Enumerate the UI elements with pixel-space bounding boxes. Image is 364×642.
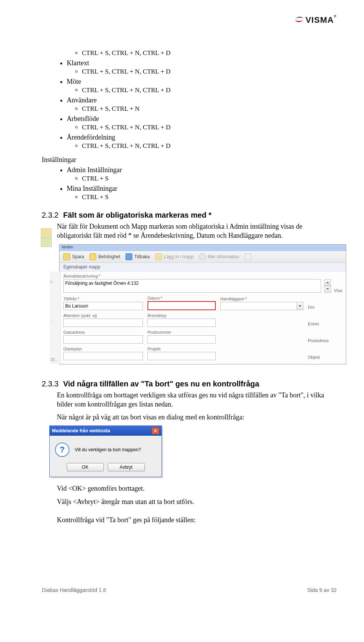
scroll-up-icon[interactable] (324, 279, 331, 286)
more-info-button[interactable]: Mer information (199, 253, 239, 260)
tree-item-mina-installningar: Mina Inställningar CTRL + S (67, 185, 337, 201)
panel-header: Egenskaper mapp (60, 263, 346, 272)
label-handlaggare: Handläggare (220, 297, 303, 301)
close-icon[interactable]: × (152, 427, 159, 434)
dialog-message: Vill du verkligen ta bort mappen? (75, 447, 141, 452)
shortcut-item: CTRL + S (82, 175, 337, 182)
heading-2-3-3: 2.3.3Vid några tillfällen av "Ta bort" g… (42, 380, 337, 388)
envelope-icon (245, 253, 251, 260)
tree-item-arbetsflode: Arbetsflöde CTRL + S, CTRL + N, CTRL + D (67, 115, 337, 131)
back-icon (126, 253, 132, 260)
label-postadress: Postadress (308, 338, 342, 343)
section-heading-installningar: Inställningar (42, 156, 337, 164)
shortcut-item: CTRL + S, CTRL + N, CTRL + D (82, 142, 337, 150)
label-objekt: Objekt (308, 355, 342, 359)
toolbar: Spara Behörighet Tillbaka Lägg in i mapp… (60, 251, 346, 263)
dialog-title: Meddelande från webbsida (52, 428, 110, 433)
tree-item-mote: Möte CTRL + S, CTRL + N, CTRL + D (67, 78, 337, 94)
diarieplan-input[interactable] (63, 352, 143, 360)
save-button[interactable]: Spara (63, 253, 84, 260)
shortcut-item: CTRL + S, CTRL + N, CTRL + D (82, 49, 337, 57)
shortcut-item: CTRL + S, CTRL + N, CTRL + D (82, 86, 337, 94)
label-projekt: Projekt (147, 347, 216, 351)
brand-logo: VISMA® (294, 15, 337, 25)
paragraph-after-dialog-3: Kontrollfråga vid "Ta bort" ges på följa… (57, 515, 337, 524)
arendetyp-input[interactable] (147, 319, 216, 327)
postnummer-input[interactable] (147, 335, 216, 344)
paragraph-233b: När något är på väg att tas bort visas e… (57, 413, 337, 422)
tillfran-input[interactable] (63, 302, 143, 310)
scroll-down-icon[interactable] (324, 286, 331, 293)
paragraph-233a: En kontrollfråga om borttaget verkligen … (57, 391, 337, 409)
installningar-tree: Admin Inställningar CTRL + S Mina Instäl… (57, 166, 337, 201)
put-in-folder-button[interactable]: Lägg in i mapp (155, 253, 194, 260)
shortcut-tree: Klartext CTRL + S, CTRL + N, CTRL + D Mö… (57, 59, 337, 150)
shortcut-item: CTRL + S, CTRL + N, CTRL + D (82, 124, 337, 131)
shortcut-item: CTRL + S (82, 193, 337, 201)
label-attention: Attention (publ. ej) (63, 313, 143, 318)
projekt-input[interactable] (147, 352, 216, 360)
heading-2-3-2: 2.3.2Fält som är obligatoriska markeras … (42, 211, 337, 220)
label-postnummer: Postnummer (147, 330, 216, 334)
paragraph-after-dialog-2: Väljs <Avbryt> återgår man utan att ta b… (57, 497, 337, 506)
folder-icon (41, 228, 52, 237)
mail-button[interactable] (245, 253, 251, 260)
label-arendetyp: Ärendetyp (147, 313, 216, 318)
paragraph-after-dialog-1: Vid <OK> genomförs borttaget. (57, 484, 337, 493)
paragraph-232: När fält för Dokument och Mapp markeras … (57, 222, 337, 240)
info-icon (199, 253, 206, 260)
folder-in-icon (155, 253, 162, 260)
label-datum: Datum (147, 296, 216, 300)
label-dnr: Dnr (308, 305, 342, 309)
tree-item-arendefordelning: Ärendefördelning CTRL + S, CTRL + N, CTR… (67, 133, 337, 150)
label-arendebeskrivning: Ärendebeskrivning (63, 274, 342, 278)
window-title-strip: landen (60, 245, 346, 251)
permission-button[interactable]: Behörighet (89, 253, 120, 260)
left-strip: i,.. .. 20... (50, 272, 61, 364)
chevron-down-icon[interactable] (297, 302, 304, 310)
folder-icon (41, 238, 52, 247)
label-gatuadress: Gatuadress (63, 330, 143, 334)
back-button[interactable]: Tillbaka (126, 253, 150, 260)
shortcut-item: CTRL + S, CTRL + N (82, 105, 337, 113)
label-tillfran: Till/från (63, 297, 143, 301)
tree-item-anvandare: Användare CTRL + S, CTRL + N (67, 96, 337, 113)
confirm-dialog: Meddelande från webbsida × ? Vill du ver… (49, 425, 162, 477)
gatuadress-input[interactable] (63, 335, 143, 344)
registered-icon: ® (334, 14, 337, 18)
visa-label: Visa (334, 288, 342, 293)
tree-item-klartext: Klartext CTRL + S, CTRL + N, CTRL + D (67, 59, 337, 75)
logo-swirl-icon (294, 16, 304, 25)
label-diarieplan: Diarieplan (63, 347, 143, 351)
datum-input[interactable] (147, 301, 216, 310)
question-icon: ? (55, 443, 69, 457)
arendebeskrivning-input[interactable]: Försäljning av fastighet Örnen 4:132 (63, 279, 321, 293)
screenshot-form: landen Spara Behörighet Tillbaka Lägg in… (52, 244, 337, 364)
attention-input[interactable] (63, 319, 143, 327)
footer-left: Diabas Handläggarstöd 1.6 (42, 587, 106, 593)
handlaggare-input[interactable] (220, 302, 297, 310)
footer-right: Sida 9 av 32 (307, 587, 337, 593)
ok-button[interactable]: OK (67, 463, 104, 471)
save-icon (63, 253, 70, 260)
cancel-button[interactable]: Avbryt (108, 463, 145, 471)
permission-icon (89, 253, 96, 260)
logo-text: VISMA® (306, 15, 337, 25)
label-enhet: Enhet (308, 322, 342, 326)
tree-item-admin-installningar: Admin Inställningar CTRL + S (67, 166, 337, 182)
shortcut-item: CTRL + S, CTRL + N, CTRL + D (82, 68, 337, 75)
